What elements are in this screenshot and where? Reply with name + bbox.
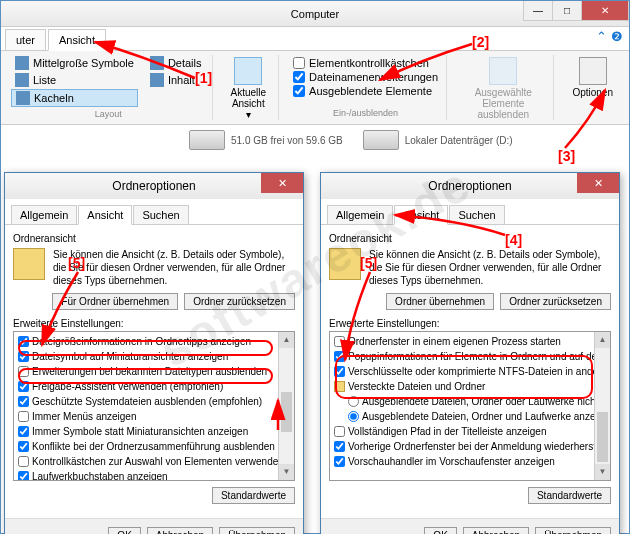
dialog-tabs: Allgemein Ansicht Suchen	[5, 199, 303, 225]
dlg-tab-general[interactable]: Allgemein	[11, 205, 77, 224]
scroll-down-icon[interactable]: ▼	[279, 464, 294, 480]
scrollbar[interactable]: ▲ ▼	[594, 332, 610, 480]
tree-item[interactable]: Dateisymbol auf Miniaturansichten anzeig…	[18, 349, 290, 364]
tree-item[interactable]: Konflikte bei der Ordnerzusammenführung …	[18, 439, 290, 454]
drive-free-space: 51.0 GB frei von 59.6 GB	[231, 135, 343, 146]
tree-item[interactable]: Popupinformationen für Elemente in Ordne…	[334, 349, 606, 364]
options-button[interactable]: Optionen	[566, 55, 619, 100]
apply-button[interactable]: Übernehmen	[535, 527, 611, 534]
drive-icon	[189, 130, 225, 150]
dialog-tabs: Allgemein Ansicht Suchen	[321, 199, 619, 225]
tree-item[interactable]: Vorschauhandler im Vorschaufenster anzei…	[334, 454, 606, 469]
close-button[interactable]: ✕	[581, 1, 629, 21]
dialog-close-button[interactable]: ✕	[577, 173, 619, 193]
tree-item[interactable]: Kontrollkästchen zur Auswahl von Element…	[18, 454, 290, 469]
ribbon: Mittelgroße Symbole Details Liste Inhalt…	[1, 51, 629, 125]
titlebar: Computer ― □ ✕	[1, 1, 629, 27]
dialog-close-button[interactable]: ✕	[261, 173, 303, 193]
dialog-title: Ordneroptionen	[428, 179, 511, 193]
cancel-button[interactable]: Abbrechen	[147, 527, 213, 534]
drive-icon	[363, 130, 399, 150]
current-view-button[interactable]: Aktuelle Ansicht ▾	[225, 55, 273, 122]
tab-file[interactable]: uter	[5, 29, 46, 50]
tree-item[interactable]: Vorherige Ordnerfenster bei der Anmeldun…	[334, 439, 606, 454]
tree-item[interactable]: Freigabe-Assistent verwenden (empfohlen)	[18, 379, 290, 394]
minimize-button[interactable]: ―	[523, 1, 553, 21]
tree-item[interactable]: Ordnerfenster in einem eigenen Prozess s…	[334, 334, 606, 349]
cancel-button[interactable]: Abbrechen	[463, 527, 529, 534]
tree-item[interactable]: Versteckte Dateien und Ordner	[334, 379, 606, 394]
ribbon-group-layout: Mittelgroße Symbole Details Liste Inhalt…	[5, 55, 213, 120]
folder-view-text: Sie können die Ansicht (z. B. Details od…	[369, 248, 611, 287]
ribbon-group-showhide: Elementkontrollkästchen Dateinamenerweit…	[285, 55, 447, 120]
ribbon-tabs: uter Ansicht ⌃ ❷	[1, 27, 629, 51]
maximize-button[interactable]: □	[552, 1, 582, 21]
dialog-title: Ordneroptionen	[112, 179, 195, 193]
scrollbar[interactable]: ▲ ▼	[278, 332, 294, 480]
tree-item[interactable]: Erweiterungen bei bekannten Dateitypen a…	[18, 364, 290, 379]
ok-button[interactable]: OK	[424, 527, 456, 534]
dlg-tab-view[interactable]: Ansicht	[78, 205, 132, 225]
medium-icons-icon	[15, 56, 29, 70]
ribbon-group-options: Optionen	[560, 55, 625, 120]
folder-view-heading: Ordneransicht	[329, 233, 611, 244]
folder-view-text: Sie können die Ansicht (z. B. Details od…	[53, 248, 295, 287]
apply-button[interactable]: Übernehmen	[219, 527, 295, 534]
advanced-settings-tree[interactable]: Dateigrößeinformationen in Ordnertipps a…	[13, 331, 295, 481]
scroll-thumb[interactable]	[597, 412, 608, 462]
dialog-titlebar: Ordneroptionen ✕	[321, 173, 619, 199]
current-view-icon	[234, 57, 262, 85]
folder-options-dialog-left: Ordneroptionen ✕ Allgemein Ansicht Suche…	[4, 172, 304, 534]
scroll-up-icon[interactable]: ▲	[595, 332, 610, 348]
view-content[interactable]: Inhalt	[146, 72, 206, 88]
folder-view-heading: Ordneransicht	[13, 233, 295, 244]
dlg-tab-general[interactable]: Allgemein	[327, 205, 393, 224]
group-label-showhide: Ein-/ausblenden	[291, 106, 440, 120]
hide-selected-icon	[489, 57, 517, 85]
scroll-down-icon[interactable]: ▼	[595, 464, 610, 480]
tree-item[interactable]: Dateigrößeinformationen in Ordnertipps a…	[18, 334, 290, 349]
apply-to-folders-button[interactable]: Ordner übernehmen	[386, 293, 494, 310]
defaults-button[interactable]: Standardwerte	[528, 487, 611, 504]
tree-item[interactable]: Geschützte Systemdateien ausblenden (emp…	[18, 394, 290, 409]
help-icon[interactable]: ⌃ ❷	[596, 29, 623, 44]
view-list[interactable]: Liste	[11, 72, 138, 88]
tiles-icon	[16, 91, 30, 105]
check-item-checkboxes[interactable]: Elementkontrollkästchen	[293, 57, 438, 69]
scroll-up-icon[interactable]: ▲	[279, 332, 294, 348]
hide-selected-button: Ausgewählte Elemente ausblenden	[459, 55, 547, 122]
check-hidden-items[interactable]: Ausgeblendete Elemente	[293, 85, 438, 97]
tree-item[interactable]: Laufwerkbuchstaben anzeigen	[18, 469, 290, 481]
tab-view[interactable]: Ansicht	[48, 29, 106, 51]
advanced-settings-tree[interactable]: Ordnerfenster in einem eigenen Prozess s…	[329, 331, 611, 481]
check-file-extensions[interactable]: Dateinamenerweiterungen	[293, 71, 438, 83]
view-details[interactable]: Details	[146, 55, 206, 71]
reset-folders-button[interactable]: Ordner zurücksetzen	[500, 293, 611, 310]
apply-to-folders-button[interactable]: Für Ordner übernehmen	[52, 293, 178, 310]
defaults-button[interactable]: Standardwerte	[212, 487, 295, 504]
advanced-settings-label: Erweiterte Einstellungen:	[329, 318, 611, 329]
group-label-layout: Layout	[11, 107, 206, 121]
dlg-tab-search[interactable]: Suchen	[449, 205, 504, 224]
tree-item[interactable]: Ausgeblendete Dateien, Ordner oder Laufw…	[334, 394, 606, 409]
folder-options-dialog-right: Ordneroptionen ✕ Allgemein Ansicht Suche…	[320, 172, 620, 534]
reset-folders-button[interactable]: Ordner zurücksetzen	[184, 293, 295, 310]
advanced-settings-label: Erweiterte Einstellungen:	[13, 318, 295, 329]
tree-item[interactable]: Immer Symbole statt Miniaturansichten an…	[18, 424, 290, 439]
content-icon	[150, 73, 164, 87]
tree-item[interactable]: Vollständigen Pfad in der Titelleiste an…	[334, 424, 606, 439]
view-tiles[interactable]: Kacheln	[11, 89, 138, 107]
ribbon-group-current-view: Aktuelle Ansicht ▾	[219, 55, 280, 120]
options-icon	[579, 57, 607, 85]
tree-item[interactable]: Ausgeblendete Dateien, Ordner und Laufwe…	[334, 409, 606, 424]
view-medium-icons[interactable]: Mittelgroße Symbole	[11, 55, 138, 71]
window-title: Computer	[291, 8, 339, 20]
folder-view-icon	[13, 248, 45, 280]
dlg-tab-view[interactable]: Ansicht	[394, 205, 448, 225]
dlg-tab-search[interactable]: Suchen	[133, 205, 188, 224]
tree-item[interactable]: Verschlüsselte oder komprimierte NTFS-Da…	[334, 364, 606, 379]
folder-view-icon	[329, 248, 361, 280]
tree-item[interactable]: Immer Menüs anzeigen	[18, 409, 290, 424]
ok-button[interactable]: OK	[108, 527, 140, 534]
scroll-thumb[interactable]	[281, 392, 292, 432]
